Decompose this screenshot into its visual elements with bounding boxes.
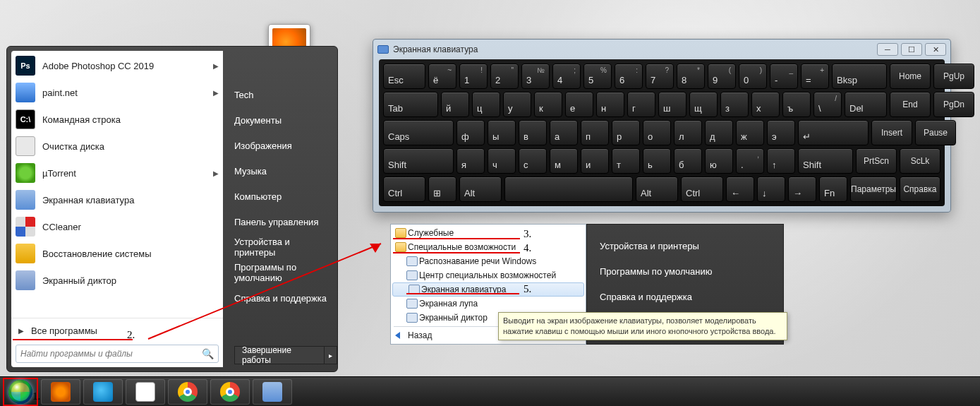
key[interactable]: щ xyxy=(689,92,718,117)
program-item[interactable]: paint.net ▶ xyxy=(11,79,223,106)
key[interactable]: ы xyxy=(488,120,516,145)
key[interactable]: с xyxy=(519,148,547,174)
key[interactable]: Shift xyxy=(383,148,454,174)
nav-key[interactable]: PrtScn xyxy=(856,148,897,174)
key[interactable]: ⊞ xyxy=(428,177,456,202)
key[interactable]: (9 xyxy=(708,64,736,89)
taskbar-item-libreoffice[interactable] xyxy=(126,379,165,405)
key[interactable]: у xyxy=(503,92,531,117)
program-item[interactable]: C:\ Командная строка xyxy=(11,106,223,133)
key[interactable]: Esc xyxy=(383,64,425,89)
key[interactable]: %5 xyxy=(583,64,612,89)
nav-key[interactable]: Insert xyxy=(871,120,912,145)
submenu-right-item[interactable]: Устройства и принтеры xyxy=(587,233,783,258)
key[interactable]: ф xyxy=(456,120,485,145)
submenu-right-item[interactable]: Справка и поддержка xyxy=(587,284,783,309)
nav-key[interactable]: Pause xyxy=(915,120,956,145)
key[interactable]: е xyxy=(565,92,593,117)
key[interactable]: в xyxy=(519,120,547,145)
key[interactable]: ъ xyxy=(782,92,811,117)
key[interactable]: д xyxy=(705,120,733,145)
key[interactable]: м xyxy=(550,148,578,174)
key[interactable]: а xyxy=(550,120,578,145)
start-menu-right-item[interactable]: Программы по умолчанию xyxy=(234,260,330,285)
start-menu-right-item[interactable]: Музыка xyxy=(234,158,330,184)
program-item[interactable]: CCleaner xyxy=(11,213,223,240)
key[interactable]: я xyxy=(456,148,485,174)
key[interactable]: л xyxy=(674,120,702,145)
key[interactable]: й xyxy=(441,92,469,117)
shutdown-button[interactable]: Завершение работы xyxy=(234,346,324,364)
start-menu-right-item[interactable]: Tech xyxy=(234,82,330,107)
nav-key[interactable]: Home xyxy=(890,64,931,89)
key[interactable]: з xyxy=(720,92,749,117)
key[interactable]: г xyxy=(627,92,655,117)
nav-key[interactable]: PgDn xyxy=(933,92,974,117)
program-item[interactable]: Восстановление системы xyxy=(11,240,223,267)
program-item[interactable]: µTorrent ▶ xyxy=(11,160,223,186)
submenu-item[interactable]: Распознавание речи Windows xyxy=(391,254,586,268)
key[interactable]: Alt xyxy=(636,177,678,202)
key[interactable]: ~ё xyxy=(428,64,456,89)
program-item[interactable]: Экранная клавиатура xyxy=(11,186,223,213)
nav-key[interactable]: Справка xyxy=(900,177,940,202)
program-item[interactable]: Ps Adobe Photoshop CC 2019 ▶ xyxy=(11,52,223,79)
key[interactable]: ж xyxy=(736,120,764,145)
key[interactable]: Ctrl xyxy=(383,177,425,202)
key[interactable]: *8 xyxy=(677,64,705,89)
key[interactable]: н xyxy=(596,92,624,117)
submenu-right-item[interactable]: Программы по умолчанию xyxy=(587,258,783,284)
key[interactable]: Del xyxy=(845,92,887,117)
key[interactable]: Alt xyxy=(459,177,502,202)
taskbar-item-osk[interactable] xyxy=(253,379,292,405)
start-menu-right-item[interactable]: Изображения xyxy=(234,133,330,158)
taskbar-item-ie[interactable] xyxy=(83,379,123,405)
start-menu-right-item[interactable]: Справка и поддержка xyxy=(234,285,330,311)
nav-key[interactable]: End xyxy=(890,92,931,117)
taskbar-item-chrome-2[interactable] xyxy=(210,379,250,405)
osk-titlebar[interactable]: Экранная клавиатура ─ ☐ ✕ xyxy=(373,40,950,59)
key[interactable]: → xyxy=(788,177,816,202)
key[interactable]: ↑ xyxy=(767,148,795,174)
key[interactable] xyxy=(504,177,633,202)
key[interactable]: п xyxy=(581,120,609,145)
submenu-item-highlighted[interactable]: Экранная клавиатура xyxy=(392,282,584,297)
key[interactable]: )0 xyxy=(739,64,767,89)
search-box[interactable]: 🔍 xyxy=(16,345,219,363)
search-input[interactable] xyxy=(20,349,202,359)
shutdown-options-button[interactable]: ▸ xyxy=(324,346,337,364)
key[interactable]: б xyxy=(674,148,702,174)
key[interactable]: х xyxy=(751,92,780,117)
key[interactable]: ш xyxy=(658,92,686,117)
key[interactable]: Bksp xyxy=(832,64,887,89)
key[interactable]: ← xyxy=(726,177,754,202)
key[interactable]: _- xyxy=(770,64,798,89)
key[interactable]: ?7 xyxy=(646,64,674,89)
minimize-button[interactable]: ─ xyxy=(877,43,898,56)
key[interactable]: ц xyxy=(472,92,500,117)
key[interactable]: к xyxy=(534,92,562,117)
key[interactable]: о xyxy=(643,120,671,145)
key[interactable]: ч xyxy=(488,148,516,174)
key[interactable]: /\ xyxy=(813,92,842,117)
program-item[interactable]: Очистка диска xyxy=(11,133,223,160)
taskbar-item-chrome[interactable] xyxy=(168,379,207,405)
nav-key[interactable]: PgUp xyxy=(933,64,974,89)
key[interactable]: Shift xyxy=(798,148,853,174)
nav-key[interactable]: ScLk xyxy=(900,148,940,174)
key[interactable]: Caps xyxy=(383,120,454,145)
start-menu-right-item[interactable]: Компьютер xyxy=(234,184,330,209)
key[interactable]: ↵ xyxy=(798,120,869,145)
key[interactable]: "2 xyxy=(490,64,519,89)
submenu-item[interactable]: Экранная лупа xyxy=(391,297,586,311)
key[interactable]: Ctrl xyxy=(681,177,723,202)
close-button[interactable]: ✕ xyxy=(925,43,946,56)
key[interactable]: р xyxy=(612,120,640,145)
key[interactable]: !1 xyxy=(459,64,488,89)
key[interactable]: и xyxy=(581,148,609,174)
maximize-button[interactable]: ☐ xyxy=(901,43,922,56)
start-menu-right-item[interactable]: Документы xyxy=(234,107,330,133)
key[interactable]: э xyxy=(767,120,795,145)
submenu-item[interactable]: Центр специальных возможностей xyxy=(391,268,586,282)
key[interactable]: :6 xyxy=(615,64,643,89)
